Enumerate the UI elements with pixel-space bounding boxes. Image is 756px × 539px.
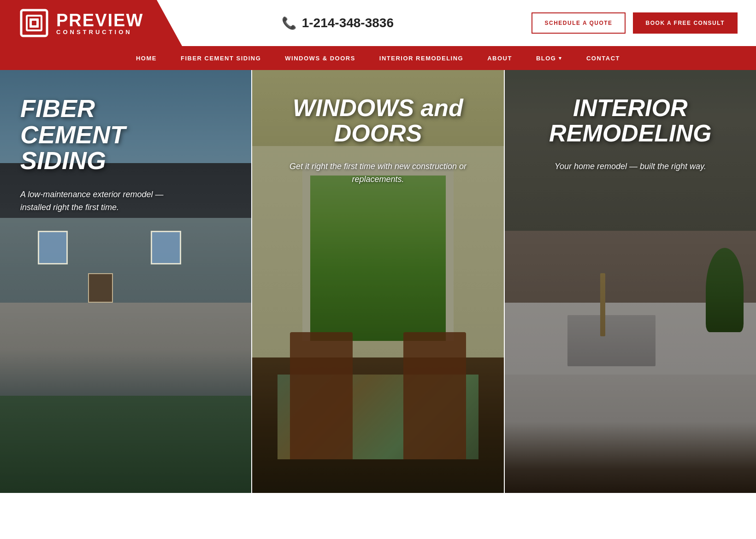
book-consult-button[interactable]: BOOK A FREE CONSULT (633, 12, 738, 34)
phone-number[interactable]: 1-214-348-3836 (302, 16, 394, 30)
logo-text: PREVIEW CONSTRUCTION (56, 12, 143, 35)
hero-panel-windows[interactable]: WINDOWS and DOORS Get it right the first… (252, 70, 503, 493)
logo-preview: PREVIEW (56, 12, 143, 29)
nav-item-fiber-cement[interactable]: FIBER CEMENT SIDING (169, 46, 273, 70)
interior-panel-content: INTERIOR REMODELING Your home remodel — … (525, 95, 736, 173)
hero-panel-siding[interactable]: FIBER CEMENT SIDING A low-maintenance ex… (0, 70, 251, 493)
siding-panel-content: FIBER CEMENT SIDING A low-maintenance ex… (20, 95, 231, 214)
interior-panel-subtitle: Your home remodel — built the right way. (525, 160, 736, 173)
hero-panel-interior[interactable]: INTERIOR REMODELING Your home remodel — … (505, 70, 756, 493)
windows-panel-content: WINDOWS and DOORS Get it right the first… (272, 95, 483, 186)
panel-separator-2 (504, 70, 505, 493)
nav-item-windows-doors[interactable]: WINDOWS & DOORS (273, 46, 367, 70)
nav-item-about[interactable]: ABOUT (475, 46, 524, 70)
windows-panel-title: WINDOWS and DOORS (272, 95, 483, 146)
schedule-quote-button[interactable]: SCHEDULE A QUOTE (532, 12, 625, 34)
panel-separator-1 (251, 70, 252, 493)
header-cta-buttons: SCHEDULE A QUOTE BOOK A FREE CONSULT (532, 12, 738, 34)
nav-item-contact[interactable]: CONTACT (574, 46, 632, 70)
blog-chevron-icon: ▾ (559, 55, 562, 61)
windows-panel-subtitle: Get it right the first time with new con… (272, 160, 483, 186)
hero-section: FIBER CEMENT SIDING A low-maintenance ex… (0, 70, 756, 493)
nav-item-home[interactable]: HOME (124, 46, 169, 70)
nav-item-interior-remodeling[interactable]: INTERIOR REMODELING (367, 46, 475, 70)
site-header: PREVIEW CONSTRUCTION 📞 1-214-348-3836 SC… (0, 0, 756, 46)
logo-construction: CONSTRUCTION (56, 29, 143, 35)
svg-rect-3 (32, 21, 36, 25)
interior-panel-title: INTERIOR REMODELING (525, 95, 736, 146)
nav-item-blog[interactable]: BLOG ▾ (524, 46, 574, 70)
logo-icon (18, 7, 50, 39)
siding-panel-subtitle: A low-maintenance exterior remodel — ins… (20, 188, 186, 214)
logo[interactable]: PREVIEW CONSTRUCTION (18, 7, 143, 39)
main-nav: HOME FIBER CEMENT SIDING WINDOWS & DOORS… (0, 46, 756, 70)
header-phone-section: 📞 1-214-348-3836 (143, 16, 532, 30)
siding-panel-title: FIBER CEMENT SIDING (20, 95, 186, 174)
phone-icon: 📞 (282, 16, 296, 30)
